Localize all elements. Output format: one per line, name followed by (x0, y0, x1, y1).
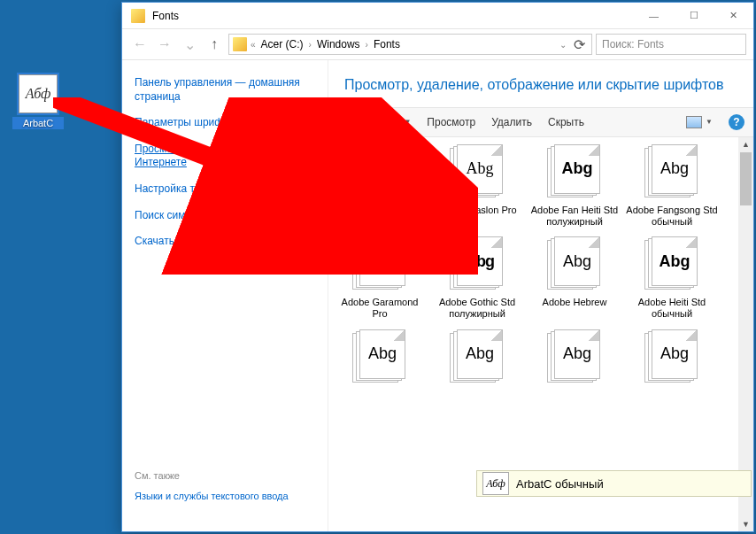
back-button[interactable]: ← (129, 34, 150, 55)
font-name-label: Adobe Garamond Pro (334, 297, 426, 320)
scroll-down-button[interactable]: ▼ (738, 516, 753, 531)
sidebar-link-control-panel-home[interactable]: Панель управления — домашняя страница (135, 76, 315, 104)
chevron-down-icon: ▼ (404, 118, 411, 126)
maximize-button[interactable]: ☐ (674, 3, 714, 28)
font-thumb: Abg (644, 329, 699, 384)
breadcrumb-sep: « (251, 40, 256, 50)
font-thumb: Abg (352, 236, 407, 291)
search-input[interactable]: Поиск: Fonts (596, 34, 746, 55)
breadcrumb[interactable]: Fonts (372, 38, 402, 50)
font-thumb: Abg (352, 144, 407, 199)
font-item[interactable]: AbgAdobe Garamond Pro (334, 236, 426, 320)
font-item[interactable]: AbgAdobe Fangsong Std обычный (626, 144, 718, 228)
chevron-down-icon: ▼ (706, 118, 713, 126)
breadcrumb[interactable]: Acer (C:) (259, 38, 305, 50)
dropdown-icon[interactable]: ⌄ (559, 40, 567, 50)
up-button[interactable]: ↑ (204, 34, 225, 55)
font-thumb: Abg (547, 329, 602, 384)
sidebar-link-text-services[interactable]: Языки и службы текстового ввода (135, 490, 315, 502)
drag-thumb-icon: Абф (482, 472, 509, 495)
titlebar[interactable]: Fonts — ☐ ✕ (122, 3, 753, 29)
folder-icon (233, 37, 247, 51)
view-options-button[interactable]: ▼ (686, 116, 713, 128)
chevron-right-icon: › (309, 40, 312, 50)
preview-button[interactable]: Просмотр (427, 116, 475, 128)
font-item[interactable]: Abg (431, 329, 523, 413)
breadcrumb[interactable]: Windows (315, 38, 362, 50)
see-also-header: См. также (135, 470, 315, 481)
font-name-label: Adobe Arabic (351, 205, 408, 228)
view-icon (686, 116, 702, 128)
font-thumb: Abg (352, 329, 407, 384)
navbar: ← → ⌄ ↑ « Acer (C:) › Windows › Fonts ⌄ … (122, 29, 753, 60)
font-name-label: Adobe Caslon Pro (437, 205, 516, 228)
font-name-label: Adobe Hebrew (543, 297, 607, 320)
sidebar-link-cleartype[interactable]: Настройка текста ClearType (135, 182, 315, 197)
forward-button[interactable]: → (154, 34, 175, 55)
delete-button[interactable]: Удалить (491, 116, 532, 128)
close-button[interactable]: ✕ (714, 3, 753, 28)
drag-tooltip-label: ArbatC обычный (516, 477, 604, 491)
page-heading: Просмотр, удаление, отображение или скры… (344, 76, 737, 95)
window-icon (131, 9, 145, 23)
font-item[interactable]: AbgAdobe Hebrew (528, 236, 621, 320)
organize-button[interactable]: Упорядочить▼ (337, 116, 411, 128)
sidebar: Панель управления — домашняя страница Па… (122, 60, 328, 531)
font-thumb: Abg (644, 236, 699, 291)
fonts-window: Fonts — ☐ ✕ ← → ⌄ ↑ « Acer (C:) › Window… (121, 2, 754, 532)
recent-dropdown[interactable]: ⌄ (179, 34, 200, 55)
font-item[interactable]: AbgAdobe Fan Heiti Std полужирный (528, 144, 621, 228)
font-item[interactable]: AbgAdobe Gothic Std полужирный (431, 236, 523, 320)
desktop-font-file[interactable]: Абф ArbatC (12, 74, 64, 129)
font-item[interactable]: AbgAdobe Heiti Std обычный (626, 236, 718, 320)
sidebar-link-find-character[interactable]: Поиск символа (135, 209, 315, 223)
font-thumb: Abg (547, 144, 602, 199)
minimize-button[interactable]: — (634, 3, 674, 28)
toolbar: Упорядочить▼ Просмотр Удалить Скрыть ▼ ? (328, 107, 753, 137)
font-thumb: Abg (450, 329, 505, 384)
scroll-up-button[interactable]: ▲ (738, 137, 753, 152)
font-name-label: Adobe Fangsong Std обычный (626, 205, 718, 228)
chevron-right-icon: › (366, 40, 368, 50)
font-thumb: Abg (547, 236, 602, 291)
address-bar[interactable]: « Acer (C:) › Windows › Fonts ⌄ ⟳ (228, 34, 592, 55)
font-item[interactable]: Abg (334, 329, 426, 413)
font-item[interactable]: AbgAdobe Caslon Pro (431, 144, 523, 228)
sidebar-link-font-settings[interactable]: Параметры шрифта (135, 116, 315, 130)
font-item[interactable]: Abg (626, 329, 718, 413)
desktop-icon-label: ArbatC (12, 117, 64, 129)
font-name-label: Adobe Heiti Std обычный (626, 297, 718, 320)
font-name-label: Adobe Fan Heiti Std полужирный (528, 205, 621, 228)
help-button[interactable]: ? (729, 114, 744, 130)
font-thumb: Abg (450, 144, 505, 199)
sidebar-link-font-info-online[interactable]: Просмотр сведений о шрифтах в Интернете (135, 143, 315, 170)
refresh-button[interactable]: ⟳ (570, 34, 588, 55)
scroll-thumb[interactable] (740, 152, 752, 205)
main-panel: Просмотр, удаление, отображение или скры… (328, 60, 753, 531)
window-title: Fonts (152, 10, 634, 22)
font-item[interactable]: AbgAdobe Arabic (334, 144, 426, 228)
font-file-icon: Абф (19, 74, 58, 113)
drag-drop-tooltip: Абф ArbatC обычный (476, 470, 752, 497)
font-name-label: Adobe Gothic Std полужирный (431, 297, 523, 320)
sidebar-link-download-fonts[interactable]: Скачать шрифты для всех языков (135, 235, 315, 249)
font-item[interactable]: Abg (528, 329, 621, 413)
hide-button[interactable]: Скрыть (548, 116, 584, 128)
font-thumb: Abg (450, 236, 505, 291)
font-thumb: Abg (644, 144, 699, 199)
